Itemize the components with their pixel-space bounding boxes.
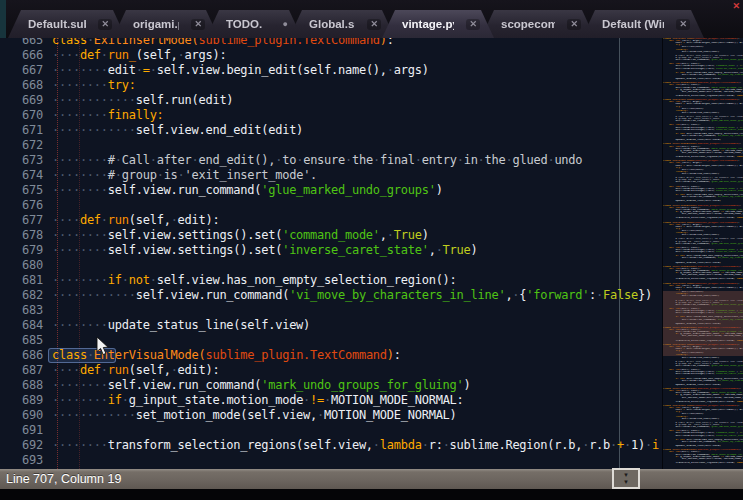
code-line: 683 [0,303,659,318]
line-number: 669 [0,93,45,108]
line-number: 680 [0,258,45,273]
line-number: 673 [0,153,45,168]
code-line: 674········#·group·is·'exit_insert_mode'… [0,168,659,183]
code-line: 668········try: [0,78,659,93]
tab-close-icon[interactable]: ✕ [466,19,480,30]
code-line: 688········self.view.run_command('mark_u… [0,378,659,393]
code-line: 667········edit·=·self.view.begin_edit(s… [0,63,659,78]
line-number: 672 [0,138,45,153]
code-line: 669············self.run(edit) [0,93,659,108]
line-number: 691 [0,423,45,438]
line-number: 684 [0,318,45,333]
code-line: 676 [0,198,659,213]
tab-global.sublime[interactable]: Global.sublime✕ [289,10,395,38]
window-close-icon[interactable]: ✕ [732,1,740,11]
tab-bar: Default.sublim✕origami.py✕TODO.txt●Globa… [0,0,743,39]
code-line: 671············self.view.end_edit(edit) [0,123,659,138]
tab-close-icon[interactable]: ✕ [676,19,690,30]
sublime-window: Default.sublim✕origami.py✕TODO.txt●Globa… [0,0,743,500]
line-number: 668 [0,78,45,93]
window-edge [0,0,6,38]
tab-origami.py[interactable]: origami.py✕ [113,10,219,38]
line-number: 681 [0,273,45,288]
tab-label: Default.sublim [28,18,86,30]
line-number: 688 [0,378,45,393]
code-line: 677····def·run(self,·edit): [0,213,659,228]
line-number: 677 [0,213,45,228]
code-line: 682············self.view.run_command('vi… [0,288,659,303]
minimap-viewport[interactable] [663,291,743,356]
line-number: 689 [0,393,45,408]
code-line: 679········self.view.settings().set('inv… [0,243,659,258]
editor-pane: 665class·ExitInsertMode(sublime_plugin.T… [0,38,743,469]
line-number: 675 [0,183,45,198]
tab-label: Global.sublime [309,18,355,30]
scrollbar-steppers[interactable]: ▼ ▼ [612,468,640,489]
minimap[interactable]: class ExitInsertMode(sublime_plugin.Text… [662,38,743,469]
code-line: 672 [0,138,659,153]
window-bottom-edge [0,489,743,500]
tab-close-icon[interactable]: ✕ [367,19,381,30]
line-number: 692 [0,438,45,453]
line-number: 670 [0,108,45,123]
line-number: 685 [0,333,45,348]
minimap-code: class ExitInsertMode(sublime_plugin.Text… [663,38,743,466]
tab-close-icon[interactable]: ✕ [191,19,205,30]
code-line: 690············set_motion_mode(self.view… [0,408,659,423]
code-line: 692········transform_selection_regions(s… [0,438,659,453]
code-line: 681········if·not·self.view.has_non_empt… [0,273,659,288]
code-line: 675········self.view.run_command('glue_m… [0,183,659,198]
code-line: 666····def·run_(self,·args): [0,48,659,63]
code-line: 684········update_status_line(self.view) [0,318,659,333]
code-line: 670········finally: [0,108,659,123]
line-number: 666 [0,48,45,63]
tab-strip: Default.sublim✕origami.py✕TODO.txt●Globa… [8,10,704,38]
tab-label: origami.py [133,18,179,30]
code-area[interactable]: 665class·ExitInsertMode(sublime_plugin.T… [0,38,662,469]
code-line: 673········#·Call·after·end_edit(),·to·e… [0,153,659,168]
code-lines: 665class·ExitInsertMode(sublime_plugin.T… [0,38,659,468]
line-number: 693 [0,453,45,468]
code-line: 665class·ExitInsertMode(sublime_plugin.T… [0,38,659,48]
caret-position-label: Line 707, Column 19 [6,472,121,486]
code-line: 691 [0,423,659,438]
tab-label: vintage.py [402,18,454,30]
tab-label: Default (Windo [602,18,664,30]
line-number: 683 [0,303,45,318]
code-line: 687····def·run(self,·edit): [0,363,659,378]
code-line: 678········self.view.settings().set('com… [0,228,659,243]
code-line: 693 [0,453,659,468]
line-number: 686 [0,348,45,363]
tab-label: scopecommand [501,18,555,30]
line-number: 687 [0,363,45,378]
line-number: 665 [0,38,45,48]
tab-vintage.py[interactable]: vintage.py✕ [382,10,494,38]
tab-default-windo[interactable]: Default (Windo✕ [582,10,704,38]
line-number: 667 [0,63,45,78]
tab-close-icon[interactable]: ✕ [567,19,581,30]
code-line: 680 [0,258,659,273]
code-line: 689········if·g_input_state.motion_mode·… [0,393,659,408]
tab-label: TODO.txt [226,18,262,30]
scroll-down-icon[interactable]: ▼ [623,479,629,486]
line-number: 678 [0,228,45,243]
line-number: 676 [0,198,45,213]
line-number: 679 [0,243,45,258]
tab-scopecommand[interactable]: scopecommand✕ [481,10,595,38]
line-number: 671 [0,123,45,138]
tab-dirty-icon: ● [283,20,288,29]
tab-default.sublim[interactable]: Default.sublim✕ [8,10,126,38]
line-number: 682 [0,288,45,303]
mouse-cursor-icon [96,337,110,361]
scroll-down-icon[interactable]: ▼ [623,472,629,479]
tab-todo.txt[interactable]: TODO.txt● [206,10,302,38]
line-number: 674 [0,168,45,183]
line-number: 690 [0,408,45,423]
tab-close-icon[interactable]: ✕ [98,19,112,30]
